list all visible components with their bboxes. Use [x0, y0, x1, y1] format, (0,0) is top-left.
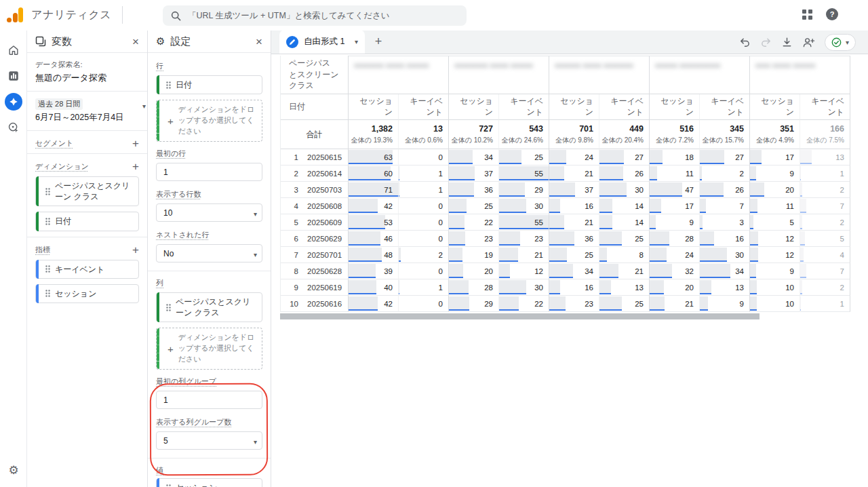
metric-cell[interactable]: 25 — [599, 296, 650, 312]
metric-cell[interactable]: 7 — [700, 198, 750, 214]
metric-cell[interactable]: 42 — [349, 198, 399, 214]
metric-cell[interactable]: 24 — [549, 149, 599, 165]
metric-cell[interactable]: 60 — [349, 165, 399, 182]
metric-cell[interactable]: 2 — [399, 247, 449, 263]
metric-cell[interactable]: 1 — [800, 165, 850, 182]
undo-button[interactable] — [739, 37, 751, 48]
metric-cell[interactable]: 25 — [599, 231, 650, 247]
total-value-cell[interactable]: 727全体の 10.2% — [449, 120, 499, 149]
metric-cell[interactable]: 30 — [499, 279, 549, 296]
dimension-chip[interactable]: ページパスとスクリーン クラス — [35, 176, 139, 206]
metric-cell[interactable]: 22 — [449, 214, 499, 231]
metric-header[interactable]: セッション — [750, 94, 800, 120]
metric-cell[interactable]: 63 — [349, 149, 399, 165]
rows-dimension-chip[interactable]: 日付 — [156, 75, 262, 94]
dimension-chip[interactable]: 日付 — [35, 212, 139, 231]
metric-header[interactable]: キーイベント — [399, 94, 449, 120]
metric-header[interactable]: セッション — [650, 94, 700, 120]
metric-cell[interactable]: 1 — [399, 279, 449, 296]
metric-header[interactable]: セッション — [349, 94, 399, 120]
metric-cell[interactable]: 32 — [650, 263, 700, 279]
metric-cell[interactable]: 9 — [700, 296, 750, 312]
metric-cell[interactable]: 12 — [750, 231, 800, 247]
metric-cell[interactable]: 34 — [700, 263, 750, 279]
total-value-cell[interactable]: 543全体の 24.6% — [499, 120, 549, 149]
search-input[interactable]: 「URL 生成ツール + UTM」と検索してみてください — [163, 5, 467, 26]
metric-header[interactable]: セッション — [549, 94, 599, 120]
metric-cell[interactable]: 1 — [399, 165, 449, 182]
metric-header[interactable]: キーイベント — [499, 94, 549, 120]
add-dimension-button[interactable]: + — [132, 161, 139, 172]
metric-cell[interactable]: 26 — [599, 165, 650, 182]
metric-cell[interactable]: 3 — [700, 214, 750, 231]
metric-cell[interactable]: 5 — [750, 214, 800, 231]
metric-cell[interactable]: 0 — [399, 198, 449, 214]
nav-advertising[interactable] — [0, 115, 27, 140]
add-segment-button[interactable]: + — [132, 138, 139, 149]
column-group-header[interactable]: xxxxxxxxx xxxxx xxxxxx — [449, 56, 549, 94]
metric-cell[interactable]: 23 — [499, 231, 549, 247]
total-value-cell[interactable]: 701全体の 9.8% — [549, 120, 599, 149]
metric-cell[interactable]: 21 — [650, 296, 700, 312]
metric-cell[interactable]: 2 — [800, 214, 850, 231]
metric-cell[interactable]: 29 — [499, 182, 549, 198]
metric-cell[interactable]: 17 — [650, 198, 700, 214]
metric-cell[interactable]: 23 — [449, 231, 499, 247]
metric-cell[interactable]: 36 — [449, 182, 499, 198]
metric-cell[interactable]: 16 — [549, 198, 599, 214]
total-value-cell[interactable]: 166全体の 7.5% — [800, 120, 850, 149]
metric-cell[interactable]: 2 — [700, 165, 750, 182]
metric-cell[interactable]: 40 — [349, 279, 399, 296]
metric-cell[interactable]: 55 — [499, 214, 549, 231]
metric-cell[interactable]: 12 — [750, 247, 800, 263]
metric-cell[interactable]: 24 — [650, 247, 700, 263]
metric-cell[interactable]: 28 — [650, 231, 700, 247]
close-icon[interactable]: × — [256, 36, 262, 47]
validation-status-button[interactable]: ▾ — [825, 34, 856, 51]
metric-cell[interactable]: 14 — [599, 214, 650, 231]
metric-cell[interactable]: 16 — [549, 279, 599, 296]
horizontal-scrollbar[interactable] — [280, 313, 760, 319]
metric-cell[interactable]: 34 — [549, 263, 599, 279]
metric-cell[interactable]: 22 — [499, 296, 549, 312]
column-group-count-select[interactable]: 5 — [156, 431, 262, 450]
nav-admin[interactable]: ⚙ — [0, 463, 27, 478]
metric-header[interactable]: キーイベント — [599, 94, 650, 120]
apps-grid-icon[interactable] — [802, 9, 812, 20]
metric-cell[interactable]: 13 — [800, 149, 850, 165]
metric-cell[interactable]: 16 — [700, 231, 750, 247]
metric-cell[interactable]: 26 — [700, 182, 750, 198]
metric-cell[interactable]: 4 — [800, 247, 850, 263]
metric-cell[interactable]: 1 — [399, 182, 449, 198]
metric-cell[interactable]: 25 — [449, 198, 499, 214]
metric-cell[interactable]: 25 — [499, 149, 549, 165]
metric-cell[interactable]: 28 — [449, 279, 499, 296]
metric-cell[interactable]: 47 — [650, 182, 700, 198]
metric-cell[interactable]: 0 — [399, 149, 449, 165]
metric-cell[interactable]: 10 — [750, 279, 800, 296]
redo-button[interactable] — [760, 37, 772, 48]
add-metric-button[interactable]: + — [132, 244, 139, 256]
columns-drop-target[interactable]: + ディメンションをドロップするか選択してください — [156, 328, 262, 370]
nested-rows-select[interactable]: No — [156, 244, 262, 262]
tab-freeform-1[interactable]: 自由形式 1 ▾ — [279, 30, 365, 54]
metric-cell[interactable]: 37 — [549, 182, 599, 198]
first-row-input[interactable]: 1 — [156, 163, 262, 181]
column-group-header[interactable]: xxxxxx xxxxxxxxxxx — [650, 56, 750, 94]
metric-cell[interactable]: 9 — [750, 263, 800, 279]
total-value-cell[interactable]: 345全体の 15.7% — [700, 120, 750, 149]
column-group-header[interactable]: xxxxxxxx xxxxx xxxxxx — [349, 56, 449, 94]
nav-explore[interactable] — [0, 89, 27, 115]
metric-cell[interactable]: 11 — [650, 165, 700, 182]
nav-home[interactable] — [0, 37, 27, 63]
metric-cell[interactable]: 21 — [549, 165, 599, 182]
metric-cell[interactable]: 23 — [549, 296, 599, 312]
metric-cell[interactable]: 20 — [449, 263, 499, 279]
help-icon[interactable]: ? — [826, 8, 838, 20]
date-range-picker[interactable]: 過去 28 日間 6月7日～2025年7月4日 ▾ — [27, 92, 147, 130]
metric-cell[interactable]: 10 — [750, 296, 800, 312]
metric-cell[interactable]: 21 — [599, 263, 650, 279]
metric-header[interactable]: キーイベント — [800, 94, 850, 120]
rows-drop-target[interactable]: + ディメンションをドロップするか選択してください — [156, 100, 262, 142]
total-value-cell[interactable]: 13全体の 0.6% — [399, 120, 449, 149]
